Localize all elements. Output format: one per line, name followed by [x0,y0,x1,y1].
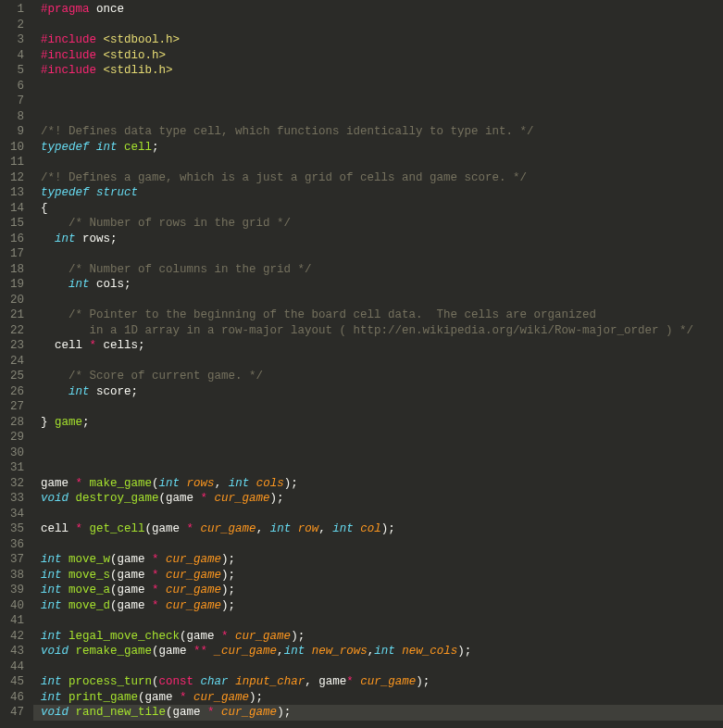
code-line[interactable] [41,94,723,109]
code-editor[interactable]: 1234567891011121314151617181920212223242… [0,0,723,728]
code-line[interactable]: #include <stdio.h> [41,48,723,64]
code-line[interactable] [41,155,723,170]
token: #include [41,64,96,77]
token [62,675,69,688]
line-number: 10 [6,140,24,156]
token: * [152,584,159,596]
line-number: 37 [6,552,24,568]
code-line[interactable] [41,399,723,415]
code-line[interactable] [41,109,723,125]
code-line[interactable]: int print_game(game * cur_game); [41,690,723,706]
token: int [374,645,395,658]
token: (game [110,599,152,612]
code-line[interactable] [41,246,723,262]
line-number: 18 [6,262,24,278]
code-line[interactable] [41,460,723,476]
token: int [55,232,76,245]
code-line[interactable]: /* Number of columns in the grid */ [41,262,723,278]
token: new_cols [402,645,457,658]
token: , [277,645,284,658]
line-number: 24 [6,354,24,370]
code-line[interactable]: void destroy_game(game * cur_game); [41,491,723,507]
code-line[interactable]: void remake_game(game ** _cur_game,int n… [41,644,723,659]
code-line[interactable] [41,613,723,629]
code-line[interactable]: #include <stdbool.h> [41,32,723,48]
code-line[interactable]: int move_d(game * cur_game); [41,598,723,614]
code-line[interactable] [41,354,723,370]
code-line[interactable]: int score; [41,384,723,400]
token [159,569,167,582]
code-line[interactable]: /*! Defines a game, which is a just a gr… [41,170,723,186]
line-number: 41 [6,613,24,629]
code-line[interactable] [41,659,723,675]
token: /*! Defines data type cell, which functi… [41,125,534,138]
code-area[interactable]: #pragma once #include <stdbool.h>#includ… [33,0,723,728]
token: cur_game [221,706,277,719]
code-line[interactable]: int rows; [41,232,723,247]
token: ); [270,492,284,505]
token: rows [187,477,215,490]
token: #include [41,33,96,46]
token: (game [110,584,152,596]
line-number: 46 [6,690,24,706]
token: int [69,278,90,291]
token: rows; [76,232,118,245]
code-line[interactable]: int move_a(game * cur_game); [41,583,723,598]
code-line[interactable] [41,18,723,33]
code-line[interactable] [41,79,723,94]
token [305,645,312,658]
token [229,675,236,688]
token: typedef [41,186,90,199]
token: move_w [69,553,110,566]
token: * [180,691,187,704]
token: #pragma [41,3,90,16]
line-number: 23 [6,338,24,354]
code-line[interactable]: #pragma once [41,2,723,18]
token: { [41,202,48,215]
code-line[interactable] [41,507,723,522]
token: , [215,477,229,490]
code-line[interactable]: typedef struct [41,185,723,201]
code-line[interactable]: void rand_new_tile(game * cur_game); [33,705,723,721]
token [41,278,69,291]
token [41,217,69,230]
line-number: 15 [6,216,24,232]
line-number: 9 [6,124,24,140]
code-line[interactable]: /*! Defines data type cell, which functi… [41,124,723,140]
code-line[interactable] [41,537,723,553]
code-line[interactable]: #include <stdlib.h> [41,63,723,79]
code-line[interactable]: /* Number of rows in the grid */ [41,216,723,232]
token: (game [145,522,187,535]
code-line[interactable]: int cols; [41,277,723,293]
code-line[interactable] [41,430,723,446]
code-line[interactable]: int process_turn(const char input_char, … [41,674,723,690]
code-line[interactable]: int legal_move_check(game * cur_game); [41,629,723,645]
line-number: 22 [6,323,24,339]
code-line[interactable] [41,446,723,461]
token [90,141,97,154]
code-line[interactable]: cell * cells; [41,338,723,354]
code-line[interactable] [41,293,723,308]
token [90,186,97,199]
code-line[interactable]: typedef int cell; [41,140,723,156]
line-number: 7 [6,94,24,109]
token [193,675,201,688]
code-line[interactable]: /* Score of current game. */ [41,369,723,384]
line-number: 35 [6,521,24,537]
code-line[interactable]: } game; [41,415,723,431]
code-line[interactable]: game * make_game(int rows, int cols); [41,476,723,492]
code-line[interactable]: in a 1D array in a row-major layout ( ht… [41,323,723,339]
line-number: 19 [6,277,24,293]
code-line[interactable]: /* Pointer to the beginning of the board… [41,308,723,323]
token [69,492,76,505]
code-line[interactable]: int move_w(game * cur_game); [41,552,723,568]
code-line[interactable]: int move_s(game * cur_game); [41,568,723,584]
code-line[interactable]: cell * get_cell(game * cur_game, int row… [41,521,723,537]
code-line[interactable]: { [41,201,723,217]
token: (game [166,706,207,719]
token: make_game [90,477,153,490]
token: int [41,691,62,704]
token: process_turn [69,675,152,688]
token: rand_new_tile [76,706,167,719]
token: once [90,3,125,16]
